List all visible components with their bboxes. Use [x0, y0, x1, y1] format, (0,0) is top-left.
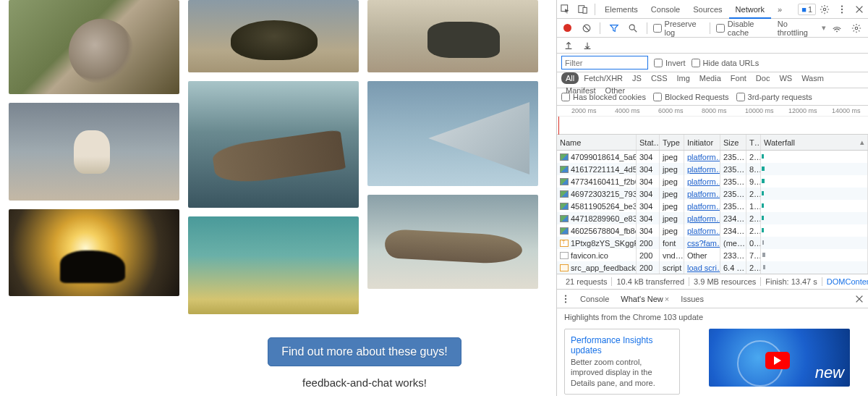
- upload-har-icon[interactable]: [560, 37, 577, 54]
- request-row[interactable]: 1Ptxg8zYS_SKggP…200fontcss?fam…(me…0…: [557, 237, 868, 249]
- gallery-image[interactable]: [188, 0, 359, 72]
- col-initiator: Initiator: [684, 135, 720, 150]
- filter-type-all[interactable]: All: [561, 72, 579, 84]
- timeline-tick: 14000 ms: [832, 107, 861, 114]
- filter-type-fetch-xhr[interactable]: Fetch/XHR: [579, 72, 627, 84]
- tab-console[interactable]: Console: [644, 0, 686, 19]
- svg-point-12: [565, 298, 566, 299]
- gallery-image[interactable]: [367, 0, 538, 72]
- drawer-close-icon[interactable]: [851, 290, 868, 308]
- request-row[interactable]: 46025678804_fb8c…304jpegplatform…234…2…: [557, 224, 868, 237]
- col-status: Stat…: [637, 135, 660, 150]
- filter-type-ws[interactable]: WS: [775, 72, 796, 84]
- preserve-log-checkbox[interactable]: Preserve log: [653, 20, 704, 37]
- file-type-icon: [560, 252, 569, 259]
- tab-elements[interactable]: Elements: [598, 0, 644, 19]
- filter-type-img[interactable]: Img: [673, 72, 694, 84]
- tab-network[interactable]: Network: [729, 0, 771, 19]
- request-row[interactable]: 45811905264_be3…304jpegplatform…235…1…: [557, 200, 868, 212]
- network-summary: 21 requests 10.4 kB transferred 3.9 MB r…: [557, 274, 868, 290]
- request-row[interactable]: 44718289960_e83…304jpegplatform…234…2…: [557, 212, 868, 224]
- network-settings-gear-icon[interactable]: [848, 20, 865, 37]
- filter-type-wasm[interactable]: Wasm: [797, 72, 828, 84]
- inspect-element-icon[interactable]: [557, 1, 574, 18]
- network-timeline[interactable]: 2000 ms4000 ms6000 ms8000 ms10000 ms1200…: [557, 106, 868, 135]
- file-type-icon: [560, 240, 569, 247]
- clear-icon[interactable]: [579, 20, 595, 37]
- network-conditions-icon[interactable]: [829, 20, 845, 37]
- svg-point-8: [629, 25, 634, 30]
- devtools-panel: Elements Console Sources Network » ■1 Pr…: [556, 0, 868, 396]
- whatsnew-video[interactable]: [709, 329, 850, 387]
- has-blocked-cookies-checkbox[interactable]: Has blocked cookies: [561, 93, 646, 101]
- invert-checkbox[interactable]: Invert: [654, 59, 686, 67]
- whatsnew-card[interactable]: Performance Insights updates Better zoom…: [564, 329, 680, 395]
- drawer-kebab-icon[interactable]: [557, 290, 574, 308]
- request-row[interactable]: 41617221114_4d5…304jpegplatform…235…8…: [557, 163, 868, 175]
- gallery-image[interactable]: [188, 81, 359, 208]
- search-icon[interactable]: [625, 20, 641, 37]
- svg-point-13: [565, 301, 566, 303]
- image-gallery: Find out more about these guys! feedback…: [9, 0, 548, 389]
- request-row[interactable]: 46972303215_793…304jpegplatform…235…2…: [557, 188, 868, 200]
- gallery-image[interactable]: [367, 195, 538, 289]
- drawer-tab-console[interactable]: Console: [574, 290, 615, 308]
- request-row[interactable]: 47734160411_f2b6…304jpegplatform…235…9…: [557, 175, 868, 188]
- svg-point-5: [841, 8, 843, 9]
- file-type-icon: [560, 215, 569, 222]
- network-request-table: Name Stat… Type Initiator Size T… Waterf…: [557, 135, 868, 274]
- messages-badge[interactable]: ■1: [798, 4, 816, 15]
- svg-point-11: [565, 295, 566, 296]
- gallery-image[interactable]: [9, 209, 179, 296]
- kebab-menu-icon[interactable]: [833, 1, 851, 18]
- devtools-tab-bar: Elements Console Sources Network » ■1: [557, 0, 868, 19]
- timeline-tick: 8000 ms: [702, 107, 727, 114]
- filter-type-media[interactable]: Media: [695, 72, 726, 84]
- file-type-icon: [560, 178, 569, 185]
- hide-data-urls-checkbox[interactable]: Hide data URLs: [692, 59, 760, 67]
- filter-input[interactable]: [561, 56, 648, 69]
- filter-type-doc[interactable]: Doc: [752, 72, 775, 84]
- gallery-image[interactable]: [9, 103, 179, 201]
- svg-point-6: [841, 12, 843, 13]
- network-toolbar: Preserve log Disable cache No throttling…: [557, 19, 868, 38]
- timeline-tick: 2000 ms: [571, 107, 597, 114]
- request-row[interactable]: 47099018614_5a6…304jpegplatform…235…2…: [557, 151, 868, 163]
- gallery-image[interactable]: [188, 216, 359, 314]
- request-row[interactable]: favicon.ico200vnd…Other233…7…: [557, 249, 868, 261]
- chevron-down-icon[interactable]: ▾: [822, 23, 826, 33]
- col-time: T…: [746, 135, 761, 150]
- col-type: Type: [660, 135, 684, 150]
- filter-type-js[interactable]: JS: [628, 72, 646, 84]
- col-waterfall: Waterfall▴: [761, 135, 868, 150]
- gallery-image[interactable]: [9, 0, 179, 94]
- download-har-icon[interactable]: [579, 37, 596, 54]
- col-size: Size: [720, 135, 746, 150]
- settings-gear-icon[interactable]: [816, 1, 833, 18]
- drawer-tab-whatsnew[interactable]: What's New×: [615, 290, 675, 308]
- devtools-drawer: Console What's New× Issues Highlights fr…: [557, 290, 868, 396]
- throttling-select[interactable]: No throttling: [775, 20, 820, 37]
- svg-point-3: [823, 8, 826, 11]
- filter-type-css[interactable]: CSS: [647, 72, 672, 84]
- record-button[interactable]: [560, 20, 576, 37]
- tab-sources[interactable]: Sources: [686, 0, 728, 19]
- third-party-checkbox[interactable]: 3rd-party requests: [736, 93, 812, 101]
- filter-icon[interactable]: [606, 20, 622, 37]
- svg-point-4: [841, 5, 843, 7]
- close-icon[interactable]: [851, 1, 868, 18]
- table-header[interactable]: Name Stat… Type Initiator Size T… Waterf…: [557, 135, 868, 151]
- device-toolbar-icon[interactable]: [574, 1, 592, 18]
- file-type-icon: [560, 166, 569, 173]
- blocked-requests-checkbox[interactable]: Blocked Requests: [653, 93, 729, 101]
- summary-transferred: 10.4 kB transferred: [612, 277, 689, 286]
- close-tab-icon[interactable]: ×: [665, 295, 669, 303]
- more-tabs-icon[interactable]: »: [771, 0, 788, 19]
- file-type-icon: [560, 227, 569, 235]
- drawer-tab-issues[interactable]: Issues: [675, 290, 710, 308]
- request-row[interactable]: src_app_feedback-…200scriptload scri…6.4…: [557, 261, 868, 274]
- play-icon[interactable]: [765, 352, 790, 369]
- filter-type-font[interactable]: Font: [726, 72, 751, 84]
- gallery-image[interactable]: [367, 81, 538, 186]
- disable-cache-checkbox[interactable]: Disable cache: [716, 20, 772, 37]
